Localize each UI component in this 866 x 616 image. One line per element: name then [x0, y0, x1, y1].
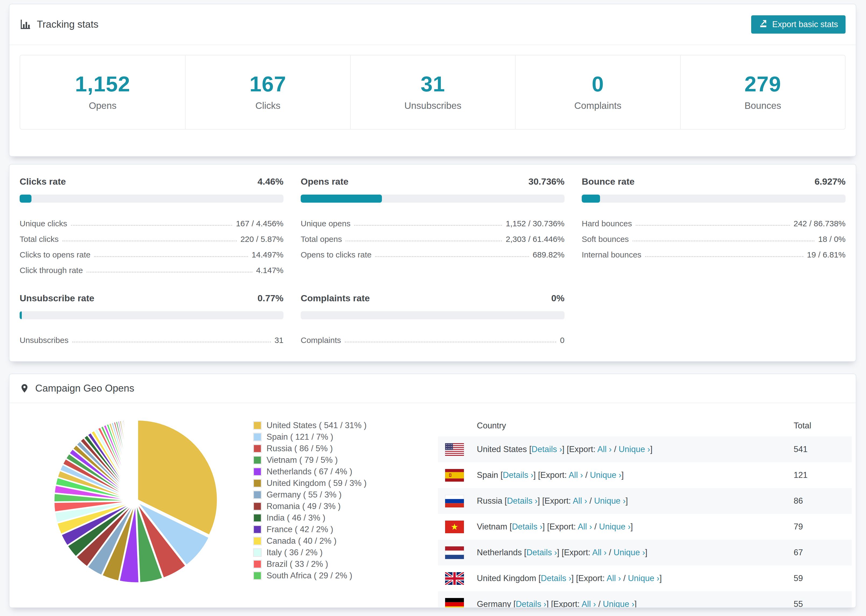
rate-bounce-rate: Bounce rate6.927%Hard bounces242 / 86.73… [582, 177, 846, 276]
legend-item-germany[interactable]: Germany ( 55 / 3% ) [253, 491, 367, 499]
rate-progress-fill [20, 311, 22, 319]
rate-detail-value: 242 / 86.738% [794, 219, 846, 228]
details-link-russia[interactable]: Details › [507, 496, 538, 506]
geo-table-country-header: Country [477, 421, 794, 431]
legend-label: Vietnam ( 79 / 5% ) [266, 455, 338, 465]
rate-detail-unsubscribes: Unsubscribes31 [20, 331, 283, 346]
dotted-leader [87, 272, 252, 272]
geo-row-russia: Russia [Details ›] [Export: All › / Uniq… [438, 488, 852, 514]
details-link-united-kingdom[interactable]: Details › [541, 574, 572, 583]
rate-progress-fill [582, 195, 600, 203]
legend-item-france[interactable]: France ( 42 / 2% ) [253, 525, 367, 533]
legend-item-spain[interactable]: Spain ( 121 / 7% ) [253, 433, 367, 441]
rate-opens-rate: Opens rate30.736%Unique opens1,152 / 30.… [301, 177, 565, 276]
pie-slice-other-47[interactable] [135, 419, 136, 499]
legend-item-romania[interactable]: Romania ( 49 / 3% ) [253, 502, 367, 511]
geo-country-cell: Germany [Details ›] [Export: All › / Uni… [477, 599, 794, 608]
legend-item-united-states[interactable]: United States ( 541 / 31% ) [253, 421, 367, 429]
rate-clicks-rate: Clicks rate4.46%Unique clicks167 / 4.456… [20, 177, 283, 276]
flag-cell [445, 443, 477, 456]
stat-complaints: 0Complaints [515, 55, 680, 129]
rate-detail-value: 167 / 4.456% [236, 219, 283, 228]
legend-item-vietnam[interactable]: Vietnam ( 79 / 5% ) [253, 456, 367, 464]
export-all-link-united-states[interactable]: All › [597, 445, 612, 454]
geo-country-cell: Russia [Details ›] [Export: All › / Uniq… [477, 496, 794, 506]
geo-country-cell: United States [Details ›] [Export: All ›… [477, 445, 794, 454]
geo-table-total-header: Total [794, 421, 845, 431]
export-all-link-russia[interactable]: All › [573, 496, 587, 506]
export-all-link-united-kingdom[interactable]: All › [606, 574, 621, 583]
export-unique-link-netherlands[interactable]: Unique › [614, 548, 645, 557]
rate-detail-label: Hard bounces [582, 219, 632, 228]
export-all-link-spain[interactable]: All › [568, 470, 583, 480]
dotted-leader [633, 240, 814, 241]
dotted-leader [345, 342, 556, 343]
export-unique-link-united-kingdom[interactable]: Unique › [628, 574, 660, 583]
legend-swatch [253, 514, 262, 522]
legend-item-united-kingdom[interactable]: United Kingdom ( 59 / 3% ) [253, 479, 367, 487]
geo-pie-svg[interactable] [50, 415, 222, 587]
rate-detail-value: 2,303 / 61.446% [505, 235, 565, 244]
stat-label-complaints: Complaints [574, 100, 621, 111]
netherlands-flag-icon [445, 546, 464, 559]
export-all-link-netherlands[interactable]: All › [592, 548, 606, 557]
legend-label: France ( 42 / 2% ) [266, 525, 333, 534]
dotted-leader [62, 240, 237, 241]
rate-detail-label: Total clicks [20, 235, 58, 244]
rate-detail-value: 1,152 / 30.736% [505, 219, 565, 228]
legend-item-netherlands[interactable]: Netherlands ( 67 / 4% ) [253, 468, 367, 476]
legend-item-italy[interactable]: Italy ( 36 / 2% ) [253, 548, 367, 556]
dotted-leader [71, 225, 232, 226]
rate-title: Bounce rate [582, 177, 635, 186]
rate-title-row-bounce-rate: Bounce rate6.927% [582, 177, 846, 186]
flag-cell [445, 572, 477, 585]
rate-detail-label: Internal bounces [582, 250, 641, 259]
rate-detail-total-opens: Total opens2,303 / 61.446% [301, 229, 565, 245]
export-basic-stats-button[interactable]: Export basic stats [751, 15, 846, 34]
geo-table-header: Country Total [438, 415, 852, 437]
geo-legend: United States ( 541 / 31% )Spain ( 121 /… [253, 421, 367, 580]
details-link-spain[interactable]: Details › [503, 470, 534, 480]
export-unique-link-vietnam[interactable]: Unique › [599, 522, 630, 531]
map-pin-icon [20, 383, 29, 394]
stat-label-clicks: Clicks [255, 100, 280, 111]
details-link-netherlands[interactable]: Details › [526, 548, 557, 557]
legend-item-south-africa[interactable]: South Africa ( 29 / 2% ) [253, 572, 367, 580]
details-link-germany[interactable]: Details › [516, 599, 546, 608]
legend-label: Italy ( 36 / 2% ) [266, 548, 323, 558]
geo-row-spain: Spain [Details ›] [Export: All › / Uniqu… [438, 462, 852, 488]
legend-swatch [253, 571, 262, 580]
export-all-link-germany[interactable]: All › [581, 599, 596, 608]
united-kingdom-flag-icon [445, 572, 464, 585]
bar-chart-icon [20, 19, 31, 30]
export-all-link-vietnam[interactable]: All › [578, 522, 592, 531]
legend-item-canada[interactable]: Canada ( 40 / 2% ) [253, 537, 367, 545]
legend-item-russia[interactable]: Russia ( 86 / 5% ) [253, 445, 367, 453]
details-link-vietnam[interactable]: Details › [512, 522, 542, 531]
export-unique-link-russia[interactable]: Unique › [594, 496, 625, 506]
legend-item-india[interactable]: India ( 46 / 3% ) [253, 514, 367, 522]
geo-total-vietnam: 79 [794, 522, 845, 532]
germany-flag-icon [445, 598, 464, 608]
export-unique-link-spain[interactable]: Unique › [590, 470, 621, 480]
geo-total-germany: 55 [794, 599, 845, 608]
export-unique-link-united-states[interactable]: Unique › [619, 445, 650, 454]
stats-summary-row: 1,152Opens167Clicks31Unsubscribes0Compla… [20, 55, 846, 130]
stat-clicks: 167Clicks [185, 55, 350, 129]
rate-value: 6.927% [815, 177, 846, 186]
geo-country-cell: United Kingdom [Details ›] [Export: All … [477, 574, 794, 583]
geo-country-cell: Vietnam [Details ›] [Export: All › / Uni… [477, 522, 794, 532]
legend-label: Germany ( 55 / 3% ) [266, 490, 342, 500]
flag-cell [445, 546, 477, 559]
rate-detail-label: Complaints [301, 336, 341, 344]
export-unique-link-germany[interactable]: Unique › [603, 599, 635, 608]
legend-item-brazil[interactable]: Brazil ( 33 / 2% ) [253, 560, 367, 568]
flag-cell [445, 598, 477, 608]
rate-detail-value: 14.497% [252, 250, 283, 259]
legend-swatch [253, 525, 262, 534]
united-states-flag-icon [445, 443, 464, 456]
rate-detail-label: Unique opens [301, 219, 350, 228]
rate-detail-value: 689.82% [533, 250, 565, 259]
details-link-united-states[interactable]: Details › [531, 445, 562, 454]
rate-detail-label: Unsubscribes [20, 336, 69, 344]
